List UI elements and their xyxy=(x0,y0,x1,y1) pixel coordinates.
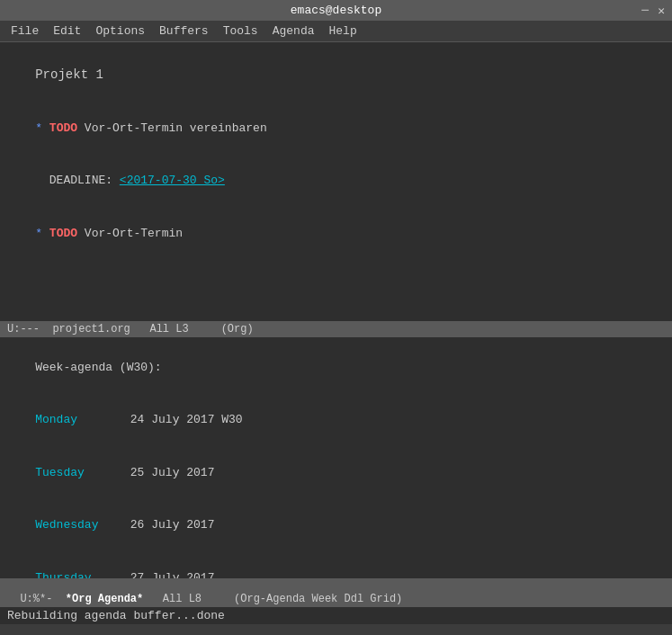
menu-buffers[interactable]: Buffers xyxy=(154,23,214,39)
agenda-day-thursday: Thursday 27 July 2017 xyxy=(7,551,665,578)
todo-line-1: * TODO Vor-Ort-Termin vereinbaren xyxy=(7,102,665,155)
menu-file[interactable]: File xyxy=(5,23,44,39)
window-title: emacs@desktop xyxy=(291,4,381,17)
status-bar-2: U:%*- *Org Agenda* All L8 (Org-Agenda We… xyxy=(0,578,672,607)
menu-help[interactable]: Help xyxy=(323,23,362,39)
status-bar-1: U:--- project1.org All L3 (Org) xyxy=(0,321,672,337)
title-bar: emacs@desktop ─ ✕ xyxy=(0,0,672,21)
agenda-area[interactable]: Week-agenda (W30): Monday 24 July 2017 W… xyxy=(0,337,672,578)
menu-agenda[interactable]: Agenda xyxy=(267,23,320,39)
status-bold-name: *Org Agenda* xyxy=(66,593,143,605)
todo-line-2: * TODO Vor-Ort-Termin xyxy=(7,207,665,260)
agenda-day-tuesday: Tuesday 25 July 2017 xyxy=(7,446,665,499)
menu-bar: File Edit Options Buffers Tools Agenda H… xyxy=(0,21,672,42)
agenda-header-line: Week-agenda (W30): xyxy=(7,341,665,394)
editor-area[interactable]: Projekt 1 * TODO Vor-Ort-Termin vereinba… xyxy=(0,42,672,321)
deadline-line: DEADLINE: <2017-07-30 So> xyxy=(7,155,665,208)
menu-tools[interactable]: Tools xyxy=(218,23,264,39)
menu-edit[interactable]: Edit xyxy=(48,23,86,39)
agenda-day-monday: Monday 24 July 2017 W30 xyxy=(7,394,665,447)
close-button[interactable]: ✕ xyxy=(658,4,665,18)
status-suffix: All L8 (Org-Agenda Week Ddl Grid) xyxy=(143,593,402,605)
project-title-line: Projekt 1 xyxy=(7,48,665,102)
menu-options[interactable]: Options xyxy=(90,23,150,39)
minimize-button[interactable]: ─ xyxy=(641,4,649,18)
status-prefix: U:%*- xyxy=(20,593,65,605)
agenda-day-wednesday: Wednesday 26 July 2017 xyxy=(7,499,665,552)
minibuffer: Rebuilding agenda buffer...done xyxy=(0,607,672,624)
